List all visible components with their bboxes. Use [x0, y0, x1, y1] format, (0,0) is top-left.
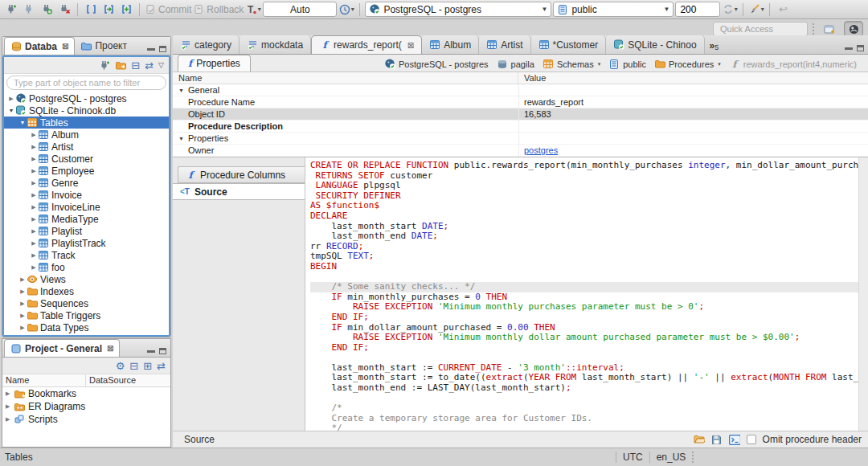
status-locale[interactable]: en_US [657, 452, 686, 463]
tree-item-postgresql-postgres[interactable]: ▶PostgreSQL - postgres [4, 92, 169, 104]
new-folder-icon[interactable] [115, 60, 126, 71]
sql-editor-button[interactable] [83, 2, 99, 18]
transaction-history-button[interactable]: ▾ [338, 2, 354, 18]
source-code[interactable]: CREATE OR REPLACE FUNCTION public.reward… [305, 157, 858, 431]
property-row-owner[interactable]: Ownerpostgres [173, 145, 868, 157]
tree-collapsed-icon[interactable]: ▶ [18, 325, 27, 331]
minimize-icon[interactable] [147, 48, 155, 51]
link-editor-icon[interactable]: ⇄ [157, 360, 166, 372]
tree-collapsed-icon[interactable]: ▶ [6, 390, 14, 397]
tree-collapsed-icon[interactable]: ▶ [30, 228, 38, 235]
breadcrumb-item-pagila[interactable]: pagila [497, 59, 534, 69]
property-row-procedure-name[interactable]: Procedure Namerewards_report [173, 96, 868, 108]
tree-item-track[interactable]: ▶Track [4, 249, 169, 261]
tab-database-navigator[interactable]: Databa ⊠ [4, 37, 75, 55]
tree-item-invoiceline[interactable]: ▶InvoiceLine [4, 201, 169, 213]
tree-collapsed-icon[interactable]: ▶ [30, 180, 38, 186]
tree-expanded-icon[interactable]: ▼ [178, 136, 188, 141]
owner-link[interactable]: postgres [524, 145, 558, 155]
project-item-scripts[interactable]: ▶Scripts [2, 413, 170, 426]
tree-collapsed-icon[interactable]: ▶ [18, 300, 27, 307]
editor-tab-album[interactable]: Album [422, 35, 479, 54]
breadcrumb-item-procedures[interactable]: Procedures▾ [654, 59, 721, 69]
editor-tab--customer[interactable]: *Customer [531, 35, 607, 54]
open-sql-script-button[interactable] [100, 2, 117, 18]
collapse-all-icon[interactable]: ⊟ [129, 360, 138, 372]
tree-item-data-types[interactable]: ▶Data Types [4, 321, 169, 333]
new-sql-editor-button[interactable] [118, 2, 134, 18]
close-icon[interactable]: ⊠ [407, 41, 414, 50]
tree-collapsed-icon[interactable]: ▶ [18, 288, 27, 295]
grid-column-value[interactable]: Value [518, 72, 551, 84]
reconnect-button[interactable] [39, 2, 55, 18]
connect-button[interactable] [21, 2, 37, 18]
tree-collapsed-icon[interactable]: ▶ [30, 264, 38, 271]
editor-tab-mockdata[interactable]: mockdata [240, 35, 311, 54]
tree-expanded-icon[interactable]: ▼ [18, 120, 27, 125]
tree-collapsed-icon[interactable]: ▶ [30, 252, 38, 259]
project-item-bookmarks[interactable]: ▶★Bookmarks [2, 387, 170, 400]
close-icon[interactable]: ⊠ [62, 42, 68, 51]
open-console-icon[interactable] [729, 435, 740, 445]
status-timezone[interactable]: UTC [623, 452, 643, 463]
collapse-all-icon[interactable]: ⊟ [131, 59, 140, 72]
new-connection-icon[interactable] [99, 60, 110, 71]
tree-collapsed-icon[interactable]: ▶ [6, 403, 14, 410]
tab-overflow-button[interactable]: »5 [705, 40, 724, 54]
tree-item-playlisttrack[interactable]: ▶PlaylistTrack [4, 237, 169, 249]
maximize-icon[interactable] [857, 45, 864, 51]
property-row-object-id[interactable]: Object ID16,583 [173, 108, 868, 121]
tree-collapsed-icon[interactable]: ▶ [18, 313, 27, 319]
active-connection-select[interactable]: PostgreSQL - postgres ▼ [365, 2, 551, 17]
tree-item-customer[interactable]: ▶Customer [4, 153, 169, 165]
tree-item-genre[interactable]: ▶Genre [4, 177, 169, 189]
mock-data-button[interactable]: ▾ [748, 2, 764, 18]
disconnect-button[interactable] [56, 2, 72, 18]
column-datasource[interactable]: DataSource [86, 374, 139, 386]
grid-column-name[interactable]: Name [173, 72, 518, 84]
sync-data-button[interactable]: ▾ [722, 2, 738, 18]
tree-item-indexes[interactable]: ▶Indexes [4, 285, 169, 297]
project-item-er-diagrams[interactable]: ▶ER Diagrams [2, 400, 170, 413]
tree-item-artist[interactable]: ▶Artist [4, 141, 169, 153]
tree-item-album[interactable]: ▶Album [4, 129, 169, 141]
tree-collapsed-icon[interactable]: ▶ [30, 168, 38, 174]
breadcrumb-item-public[interactable]: public [608, 59, 646, 69]
tree-collapsed-icon[interactable]: ▶ [7, 96, 15, 102]
tree-item-playlist[interactable]: ▶Playlist [4, 225, 169, 237]
quick-access-input[interactable] [713, 22, 808, 36]
open-perspective-button[interactable] [820, 21, 839, 37]
tree-item-foo[interactable]: ▶foo [4, 261, 169, 273]
tree-item-views[interactable]: ▶Views [4, 273, 169, 285]
tree-collapsed-icon[interactable]: ▶ [30, 204, 38, 211]
tree-item-sequences[interactable]: ▶Sequences [4, 297, 169, 309]
dropdown-icon[interactable]: ▾ [598, 61, 601, 67]
omit-header-checkbox[interactable] [747, 435, 756, 444]
breadcrumb-item-rewards-report-int4-numeric-[interactable]: frewards_report(int4,numeric) [729, 59, 857, 69]
property-row-general[interactable]: ▼General [173, 84, 868, 96]
tab-projects[interactable]: Проект [75, 37, 133, 55]
subtab-procedure-columns[interactable]: fProcedure Columns [178, 166, 305, 183]
column-name[interactable]: Name [2, 374, 86, 386]
minimize-icon[interactable] [845, 47, 853, 50]
tree-item-sqlite-chinook-db[interactable]: ▼SQLite - Chinook.db [4, 104, 169, 117]
tree-item-tables[interactable]: ▼Tables [4, 117, 169, 129]
undo-button[interactable]: ↩ [775, 2, 791, 18]
tree-collapsed-icon[interactable]: ▶ [18, 276, 27, 283]
save-to-file-icon[interactable] [711, 435, 723, 445]
tree-item-employee[interactable]: ▶Employee [4, 165, 169, 177]
maximize-icon[interactable] [159, 348, 166, 354]
tree-collapsed-icon[interactable]: ▶ [6, 416, 14, 423]
tree-item-mediatype[interactable]: ▶MediaType [4, 213, 169, 225]
tree-collapsed-icon[interactable]: ▶ [30, 192, 38, 198]
gear-icon[interactable]: ⚙ [116, 360, 125, 372]
dbeaver-perspective-button[interactable] [844, 21, 863, 37]
tree-collapsed-icon[interactable]: ▶ [30, 156, 38, 162]
code-scrollbar[interactable] [858, 157, 868, 431]
fetch-size-input[interactable] [675, 2, 720, 17]
tree-collapsed-icon[interactable]: ▶ [30, 216, 38, 223]
tab-project-general[interactable]: Project - General ⊠ [4, 339, 120, 357]
maximize-icon[interactable] [159, 46, 166, 52]
new-connection-button[interactable] [3, 2, 19, 18]
rollback-button[interactable]: Rollback [193, 2, 244, 18]
